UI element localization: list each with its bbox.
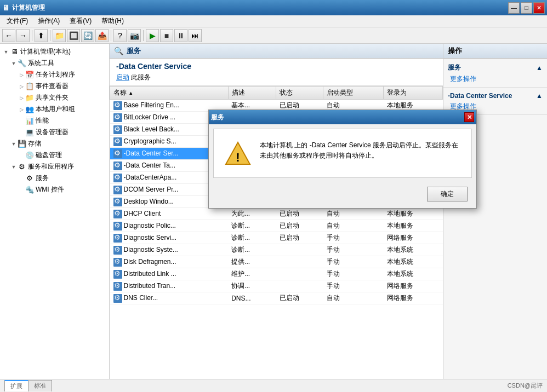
close-button[interactable]: ✕ <box>533 2 545 14</box>
cell-startup: 手动 <box>323 232 384 244</box>
cell-name: Diagnostic Syste... <box>110 244 229 256</box>
service-icon <box>113 162 122 170</box>
modal-message-text: 本地计算机 上的 -Data Center Service 服务启动后停止。某些… <box>260 140 460 161</box>
table-row[interactable]: Diagnostic Polic... 诊断... 已启动 自动 本地服务 <box>110 220 443 232</box>
tab-standard[interactable]: 标准 <box>28 380 52 391</box>
tree-wmi[interactable]: 🔩 WMI 控件 <box>0 184 109 195</box>
tree-storage-label: 存储 <box>28 139 41 148</box>
expand-shared-folders: ▷ <box>18 94 25 102</box>
tree-services[interactable]: ⚙ 服务 <box>0 172 109 184</box>
service-icon <box>113 113 122 122</box>
service-name-heading: -Data Center Service <box>116 62 436 71</box>
restart-button[interactable]: ⏭ <box>189 29 202 42</box>
right-datacenter-expand-icon: ▲ <box>536 92 543 100</box>
performance-icon: 📊 <box>25 117 34 125</box>
table-row[interactable]: Distributed Link ... 维护... 手动 本地系统 <box>110 268 443 280</box>
menu-action[interactable]: 操作(A) <box>33 15 64 27</box>
properties-button[interactable]: 🔲 <box>67 29 80 42</box>
service-icon <box>113 246 122 255</box>
cell-logon: 本地系统 <box>384 244 443 256</box>
help-button[interactable]: ? <box>113 29 127 42</box>
cell-desc: 协调... <box>228 280 276 292</box>
start-service-link[interactable]: 启动 <box>116 73 129 81</box>
col-logon[interactable]: 登录为 <box>384 87 443 100</box>
service-icon <box>113 137 122 146</box>
panel-header: 🔍 服务 <box>110 44 443 59</box>
snap-button[interactable]: 📷 <box>128 29 141 42</box>
cell-status: 已启动 <box>276 208 323 220</box>
expand-services-apps: ▼ <box>10 163 18 171</box>
table-row[interactable]: Diagnostic Syste... 诊断... 手动 本地系统 <box>110 244 443 256</box>
expand-disk-mgmt <box>18 152 25 159</box>
service-icon <box>113 101 122 110</box>
cell-startup: 手动 <box>323 280 384 292</box>
left-panel: ▼ 🖥 计算机管理(本地) ▼ 🔧 系统工具 ▷ 📅 任务计划程序 ▷ 📋 事件… <box>0 44 110 379</box>
right-services-title: 服务 ▲ <box>448 61 543 73</box>
tree-event-viewer[interactable]: ▷ 📋 事件查看器 <box>0 80 109 92</box>
cell-desc: DNS... <box>228 292 276 304</box>
panel-title: 服务 <box>127 46 141 56</box>
tree-device-manager-label: 设备管理器 <box>36 128 69 137</box>
menu-view[interactable]: 查看(V) <box>65 15 96 27</box>
service-icon <box>113 210 122 218</box>
tree-root[interactable]: ▼ 🖥 计算机管理(本地) <box>0 46 109 57</box>
minimize-button[interactable]: — <box>508 2 520 14</box>
tree-services-apps[interactable]: ▼ ⚙ 服务和应用程序 <box>0 161 109 172</box>
toolbar-separator-4 <box>143 30 144 41</box>
cell-desc: 维护... <box>228 268 276 280</box>
service-icon <box>113 270 122 279</box>
back-button[interactable]: ← <box>2 29 15 42</box>
menu-file[interactable]: 文件(F) <box>2 15 32 27</box>
watermark-text: CSDN@昆评 <box>508 382 543 390</box>
expand-event-viewer: ▷ <box>18 83 25 90</box>
col-name[interactable]: 名称 <box>110 87 229 100</box>
cell-status: 已启动 <box>276 292 323 304</box>
tree-task-scheduler[interactable]: ▷ 📅 任务计划程序 <box>0 69 109 80</box>
services-icon: ⚙ <box>25 174 34 183</box>
tab-expand[interactable]: 扩展 <box>4 380 29 391</box>
table-row[interactable]: DNS Clier... DNS... 已启动 自动 网络服务 <box>110 292 443 304</box>
tree-shared-folders[interactable]: ▷ 📁 共享文件夹 <box>0 92 109 103</box>
maximize-button[interactable]: □ <box>521 2 532 14</box>
cell-name: Diagnostic Polic... <box>110 220 229 232</box>
tree-shared-folders-label: 共享文件夹 <box>36 93 69 102</box>
modal-close-button[interactable]: ✕ <box>464 112 474 122</box>
col-startup[interactable]: 启动类型 <box>323 87 384 100</box>
modal-title-text: 服务 <box>211 113 224 122</box>
cell-desc: 为此... <box>228 208 276 220</box>
more-actions-link[interactable]: 更多操作 <box>448 73 543 85</box>
tree-performance[interactable]: 📊 性能 <box>0 115 109 126</box>
tree-services-apps-label: 服务和应用程序 <box>28 162 74 171</box>
up-button[interactable]: ⬆ <box>35 29 48 42</box>
service-icon <box>113 125 122 134</box>
cell-desc: 诊断... <box>228 232 276 244</box>
ok-button[interactable]: 确定 <box>427 187 468 201</box>
stop-button[interactable]: ■ <box>160 29 173 42</box>
col-status[interactable]: 状态 <box>276 87 323 100</box>
pause-button[interactable]: ⏸ <box>174 29 187 42</box>
table-row[interactable]: DHCP Client 为此... 已启动 自动 本地服务 <box>110 208 443 220</box>
tree-system-tools[interactable]: ▼ 🔧 系统工具 <box>0 57 109 69</box>
export-button[interactable]: 📤 <box>95 29 109 42</box>
cell-status <box>276 256 323 268</box>
tree-disk-mgmt[interactable]: 💿 磁盘管理 <box>0 149 109 161</box>
tree-device-manager[interactable]: 💻 设备管理器 <box>0 126 109 138</box>
tree-local-users[interactable]: ▷ 👥 本地用户和组 <box>0 103 109 115</box>
svg-text:!: ! <box>236 151 240 164</box>
table-row[interactable]: Disk Defragmen... 提供... 手动 本地系统 <box>110 256 443 268</box>
tree-task-scheduler-label: 任务计划程序 <box>36 70 75 79</box>
table-row[interactable]: Diagnostic Servi... 诊断... 已启动 手动 网络服务 <box>110 232 443 244</box>
play-button[interactable]: ▶ <box>146 29 159 42</box>
table-row[interactable]: Distributed Tran... 协调... 手动 网络服务 <box>110 280 443 292</box>
show-hide-button[interactable]: 📁 <box>53 29 66 42</box>
col-desc[interactable]: 描述 <box>228 87 276 100</box>
event-viewer-icon: 📋 <box>25 82 34 91</box>
refresh-button[interactable]: 🔄 <box>81 29 94 42</box>
cell-status <box>276 268 323 280</box>
forward-button[interactable]: → <box>16 29 30 42</box>
menu-help[interactable]: 帮助(H) <box>97 15 128 27</box>
cell-logon: 本地系统 <box>384 256 443 268</box>
cell-logon: 网络服务 <box>384 292 443 304</box>
tree-storage[interactable]: ▼ 💾 存储 <box>0 138 109 149</box>
right-panel-header: 操作 <box>443 44 547 59</box>
